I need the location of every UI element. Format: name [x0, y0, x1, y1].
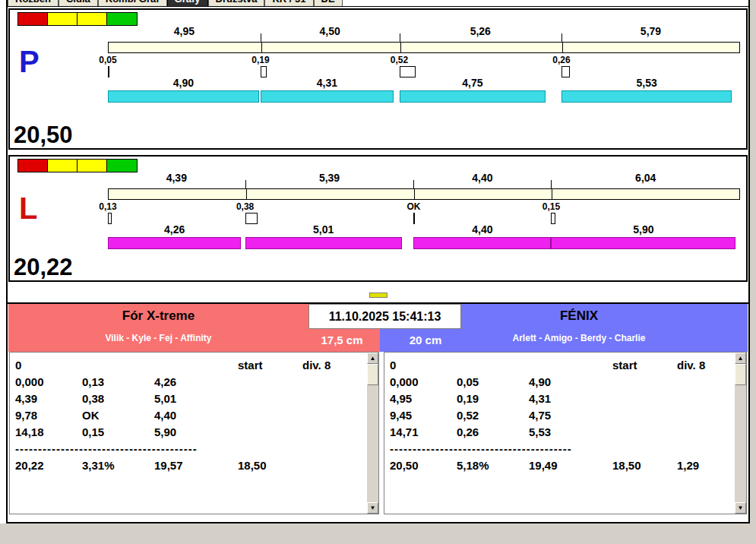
- divider-row: ----------------------------------------: [15, 441, 365, 457]
- team-left-dogs: Vilik - Kyle - Fej - Affinity: [8, 333, 308, 343]
- result-cell: 5,90: [154, 424, 238, 441]
- scroll-up-icon[interactable]: ▲: [735, 353, 746, 364]
- result-row: 0,0000,054,90: [390, 374, 733, 391]
- split-divider: [261, 43, 262, 52]
- tab-bar: RozbehCidlaKombi GrafGrafyDružstvaKR / 5…: [8, 0, 748, 7]
- split-tick: [561, 33, 562, 42]
- crossing-label: 0,19: [238, 55, 283, 65]
- result-cell: 4,95: [390, 391, 457, 407]
- leg-time-label: 4,40: [413, 223, 551, 236]
- result-cell: 0,38: [82, 391, 154, 407]
- leg-time-bar: [245, 237, 402, 249]
- leg-time-label: 5,90: [551, 223, 735, 236]
- tab-de[interactable]: DE: [314, 0, 343, 7]
- split-time-label: 4,95: [108, 25, 261, 37]
- status-light: [77, 13, 107, 25]
- result-cell: [154, 357, 238, 374]
- leg-time-label: 4,26: [108, 223, 241, 236]
- window-bottom-margin: [0, 523, 756, 544]
- result-cell: 0: [390, 357, 457, 374]
- datetime-display: 11.10.2025 15:41:13: [308, 304, 461, 329]
- result-cell: 4,39: [15, 391, 82, 407]
- result-cell: div. 8: [677, 357, 733, 374]
- scroll-up-icon[interactable]: ▲: [367, 353, 378, 364]
- tab-kr-51[interactable]: KR / 51: [264, 0, 313, 7]
- result-cell: [238, 391, 302, 407]
- split-time-label: 4,40: [413, 172, 551, 184]
- window-right-margin: [750, 0, 756, 544]
- result-cell: 19,57: [154, 457, 238, 474]
- split-tick: [245, 180, 246, 188]
- split-time-label: 5,39: [245, 172, 414, 184]
- result-cell: 5,01: [154, 391, 238, 407]
- lane-panel-p: P20,504,950,054,904,500,194,315,260,524,…: [8, 8, 748, 150]
- result-cell: start: [612, 357, 677, 374]
- result-cell: start: [238, 357, 302, 374]
- result-row: 14,180,155,90: [15, 424, 365, 441]
- tab-grafy[interactable]: Grafy: [167, 0, 208, 7]
- tab-cidla[interactable]: Cidla: [59, 0, 98, 7]
- scoreboard-section: Fór X-treme FÉNIX Vilik - Kyle - Fej - A…: [8, 302, 748, 522]
- result-cell: OK: [82, 407, 154, 424]
- result-cell: 0,52: [457, 407, 529, 424]
- result-cell: 4,40: [154, 407, 238, 424]
- leg-time-bar: [413, 237, 551, 249]
- result-cell: 18,50: [238, 457, 302, 474]
- result-row: 4,950,194,31: [390, 391, 733, 407]
- split-divider: [246, 189, 247, 199]
- result-cell: [238, 424, 302, 441]
- result-header-row: 0startdiv. 8: [15, 357, 365, 374]
- result-cell: [612, 407, 677, 424]
- result-row: 9,78OK4,40: [15, 407, 365, 424]
- scroll-down-icon[interactable]: ▼: [735, 502, 746, 514]
- lane-letter: L: [19, 193, 37, 223]
- tab-kombi-graf[interactable]: Kombi Graf: [98, 0, 167, 7]
- status-light: [48, 160, 77, 172]
- crossing-label: 0,13: [85, 201, 131, 212]
- splitter: [8, 282, 748, 302]
- leg-time-label: 5,53: [561, 77, 732, 89]
- result-header-row: 0startdiv. 8: [390, 357, 733, 374]
- lane-chart: 4,390,134,265,390,385,014,40OK4,406,040,…: [108, 157, 740, 280]
- scroll-down-icon[interactable]: ▼: [367, 502, 378, 514]
- status-light: [18, 13, 48, 25]
- crossing-label: 0,15: [528, 201, 574, 212]
- scrollbar-right[interactable]: ▲ ▼: [735, 353, 746, 514]
- leg-time-bar: [108, 237, 241, 249]
- result-cell: 9,78: [15, 407, 82, 424]
- result-cell: div. 8: [302, 357, 363, 374]
- split-tick: [551, 180, 552, 188]
- crossing-label: 0,05: [85, 55, 131, 65]
- split-time-label: 4,39: [108, 172, 245, 184]
- leg-time-label: 4,90: [108, 77, 259, 89]
- crossing-marker: [551, 213, 555, 224]
- split-tick: [413, 180, 414, 188]
- leg-time-bar: [108, 90, 259, 103]
- split-times-bar: [108, 188, 740, 200]
- scroll-thumb[interactable]: [735, 364, 746, 385]
- crossing-label: 0,26: [539, 55, 584, 65]
- result-cell: 0,000: [390, 374, 457, 391]
- result-cell: [612, 374, 677, 391]
- crossing-label: 0,38: [223, 201, 268, 212]
- result-cell: [677, 407, 733, 424]
- tab-dru-stva[interactable]: Družstva: [208, 0, 265, 7]
- result-cell: [82, 357, 154, 374]
- leg-time-bar: [551, 237, 735, 249]
- result-cell: [529, 357, 612, 374]
- lane-total-time: 20,50: [14, 123, 73, 147]
- result-cell: [677, 374, 733, 391]
- result-cell: 4,31: [529, 391, 612, 407]
- result-cell: [612, 391, 677, 407]
- splitter-handle-icon[interactable]: [369, 293, 387, 298]
- split-time-label: 5,26: [400, 25, 561, 37]
- result-cell: [238, 407, 302, 424]
- scroll-thumb[interactable]: [367, 364, 378, 385]
- result-cell: 4,26: [154, 374, 238, 391]
- leg-time-label: 4,75: [400, 77, 546, 89]
- totals-row: 20,223,31%19,5718,50: [15, 457, 365, 474]
- tab-rozbeh[interactable]: Rozbeh: [8, 0, 59, 7]
- crossing-marker: [261, 66, 267, 77]
- leg-time-bar: [400, 90, 546, 103]
- scrollbar-left[interactable]: ▲ ▼: [367, 353, 378, 514]
